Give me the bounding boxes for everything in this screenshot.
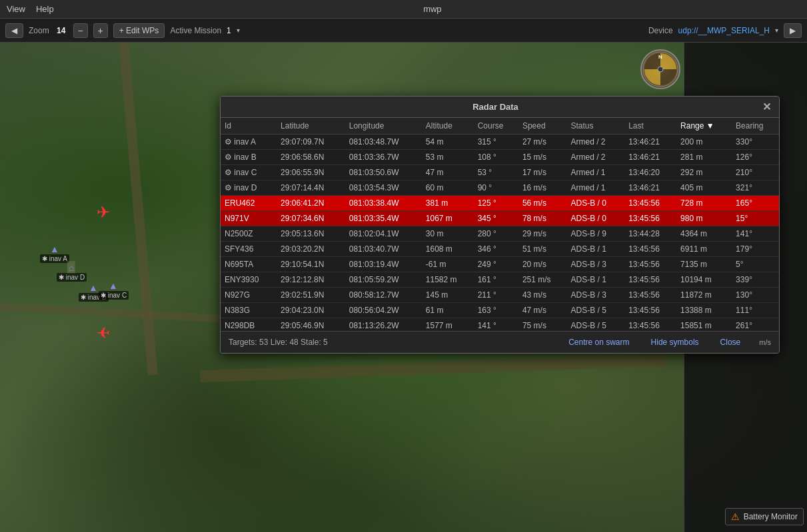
table-row[interactable]: N298DB29:05:46.9N081:13:26.2W1577 m141 °…	[221, 318, 779, 332]
col-alt[interactable]: Altitude	[422, 118, 474, 134]
radar-stats: Targets: 53 Live: 48 Stale: 5	[229, 338, 328, 347]
radar-dialog-header[interactable]: Radar Data ✕	[221, 97, 779, 118]
radar-table: Id Latitude Longitude Altitude Course Sp…	[221, 118, 779, 331]
mission-dropdown[interactable]: ▾	[237, 27, 240, 34]
active-mission-label: Active Mission	[170, 26, 221, 35]
col-lon[interactable]: Longitude	[345, 118, 422, 134]
col-id[interactable]: Id	[221, 118, 277, 134]
radar-table-body: ⚙ inav A29:07:09.7N081:03:48.7W54 m315 °…	[221, 134, 779, 332]
mission-number: 1	[227, 26, 231, 35]
table-row[interactable]: N695TA29:10:54.1N081:03:19.4W-61 m249 °2…	[221, 257, 779, 272]
svg-point-2	[658, 67, 663, 72]
zoom-label: Zoom	[29, 26, 49, 35]
table-row[interactable]: ⚙ inav C29:06:55.9N081:03:50.6W47 m53 °1…	[221, 165, 779, 180]
col-lat[interactable]: Latitude	[277, 118, 345, 134]
compass-circle: N	[640, 49, 680, 89]
device-value: udp://__MWP_SERIAL_H	[678, 26, 770, 35]
table-row[interactable]: ⚙ inav B29:06:58.6N081:03:36.7W53 m108 °…	[221, 150, 779, 165]
device-dropdown[interactable]: ▾	[775, 27, 778, 34]
zoom-minus-button[interactable]: −	[73, 23, 88, 38]
radar-dialog: Radar Data ✕ Id Latitude Longitude Altit…	[220, 96, 780, 354]
aircraft-marker-1[interactable]: ✈	[97, 203, 110, 222]
table-row[interactable]: ERU46229:06:41.2N081:03:38.4W381 m125 °5…	[221, 196, 779, 211]
inav-c-marker[interactable]: ▲	[109, 280, 118, 291]
table-row[interactable]: ⚙ inav A29:07:09.7N081:03:48.7W54 m315 °…	[221, 134, 779, 150]
table-row[interactable]: N2500Z29:05:13.6N081:02:04.1W30 m280 °29…	[221, 226, 779, 242]
radar-close-icon[interactable]: ✕	[762, 101, 771, 113]
app-title: mwp	[65, 4, 800, 14]
table-row[interactable]: SFY43629:03:20.2N081:03:40.7W1608 m346 °…	[221, 242, 779, 257]
battery-label: Battery Monitor	[744, 512, 798, 521]
toolbar: ◀ Zoom 14 − + + Edit WPs Active Mission …	[0, 19, 807, 43]
battery-warning-icon: ⚠	[731, 511, 740, 522]
more-button[interactable]: ▶	[784, 23, 802, 38]
table-row[interactable]: ⚙ inav D29:07:14.4N081:03:54.3W60 m90 °1…	[221, 180, 779, 196]
battery-monitor[interactable]: ⚠ Battery Monitor	[725, 508, 804, 525]
menu-view[interactable]: View	[7, 4, 25, 14]
back-button[interactable]: ◀	[5, 23, 23, 38]
svg-text:N: N	[658, 54, 662, 60]
col-speed[interactable]: Speed	[518, 118, 567, 134]
close-dialog-button[interactable]: Close	[715, 336, 746, 349]
inav-a-marker[interactable]: ▲	[50, 244, 59, 254]
inav-b-marker[interactable]: ▲	[89, 282, 98, 293]
map-container[interactable]: ✈ ✈ ▲ ✱ inav A ▲ ✱ inav B ▲ ✱ inav C ⌂ ✱…	[0, 43, 807, 532]
inav-d-marker[interactable]: ⌂	[67, 261, 75, 274]
inav-a-label: ✱ inav A	[40, 254, 69, 263]
col-status[interactable]: Status	[566, 118, 624, 134]
col-range[interactable]: Range ▼	[676, 118, 732, 134]
device-label: Device	[648, 26, 673, 35]
col-last[interactable]: Last	[624, 118, 676, 134]
table-row[interactable]: ENY393029:12:12.8N081:05:59.2W11582 m161…	[221, 272, 779, 288]
speed-unit: m/s	[759, 338, 771, 346]
inav-c-label: ✱ inav C	[99, 291, 129, 300]
table-row[interactable]: N383G29:04:23.0N080:56:04.2W61 m163 °47 …	[221, 303, 779, 318]
compass: N	[640, 49, 680, 89]
table-row[interactable]: N971V29:07:34.6N081:03:35.4W1067 m345 °7…	[221, 211, 779, 226]
hide-symbols-button[interactable]: Hide symbols	[646, 336, 704, 349]
radar-dialog-title: Radar Data	[229, 102, 762, 112]
centre-swarm-button[interactable]: Centre on swarm	[563, 336, 634, 349]
edit-wps-button[interactable]: + Edit WPs	[113, 23, 165, 38]
col-bearing[interactable]: Bearing	[732, 118, 779, 134]
aircraft-marker-2[interactable]: ✈	[97, 323, 110, 342]
inav-d-label: ✱ inav D	[57, 273, 87, 282]
menu-help[interactable]: Help	[36, 4, 54, 14]
col-course[interactable]: Course	[474, 118, 518, 134]
zoom-plus-button[interactable]: +	[93, 23, 108, 38]
radar-table-container[interactable]: Id Latitude Longitude Altitude Course Sp…	[221, 118, 779, 331]
menubar: View Help mwp	[0, 0, 807, 19]
zoom-value: 14	[55, 26, 68, 35]
radar-footer: Targets: 53 Live: 48 Stale: 5 Centre on …	[221, 331, 779, 353]
table-row[interactable]: N927G29:02:51.9N080:58:12.7W145 m211 °43…	[221, 288, 779, 303]
